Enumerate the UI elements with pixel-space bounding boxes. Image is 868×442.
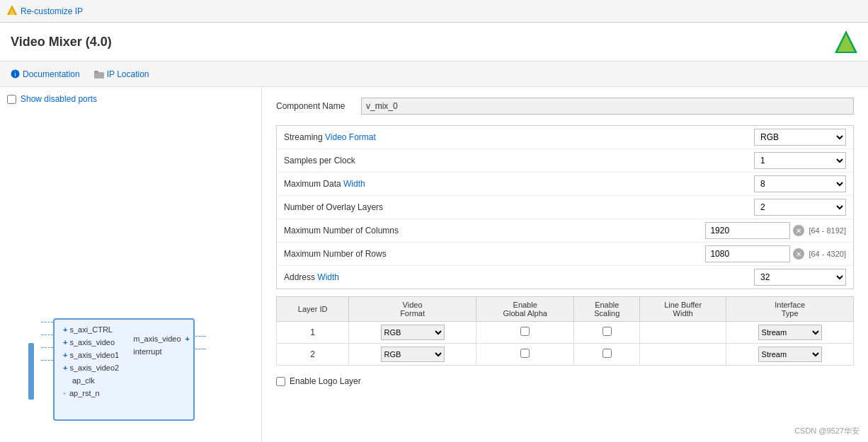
left-connector-3 — [41, 347, 53, 348]
enable-logo-layer-text: Enable Logo Layer — [290, 376, 361, 386]
right-panel: Component Name v_mix_0 Streaming Video F… — [262, 87, 868, 442]
left-panel: Show disabled ports + s_axi_CTRL + s_axi… — [0, 87, 262, 442]
layer-2-interface-type: Stream Memory — [726, 344, 854, 366]
col-header-video-format: VideoFormat — [349, 297, 476, 322]
layer-2-video-format: RGB YUV — [349, 344, 476, 366]
enable-logo-layer-checkbox[interactable] — [276, 377, 285, 386]
address-width-select[interactable]: 32 64 — [754, 269, 846, 286]
max-data-width-select[interactable]: 8 10 12 16 — [754, 175, 846, 192]
overlay-layers-label: Number of Overlay Layers — [284, 202, 754, 212]
documentation-link[interactable]: i Documentation — [11, 69, 80, 79]
port-m-axis-video: m_axis_video + — [133, 332, 190, 345]
layer-2-enable-global-alpha — [476, 344, 574, 366]
layer-2-video-format-select[interactable]: RGB YUV — [381, 347, 445, 362]
info-icon: i — [11, 69, 20, 78]
top-bar: Re-customize IP — [0, 0, 868, 23]
video-format-label: Streaming Video Format — [284, 132, 754, 142]
max-rows-range: [64 - 4320] — [809, 250, 846, 258]
col-header-line-buffer-width: Line BufferWidth — [640, 297, 726, 322]
enable-logo-layer-label[interactable]: Enable Logo Layer — [276, 373, 854, 390]
col-header-interface-type: InterfaceType — [726, 297, 854, 322]
samples-per-clock-label: Samples per Clock — [284, 156, 754, 165]
max-columns-range: [64 - 8192] — [809, 226, 846, 235]
svg-rect-7 — [94, 71, 98, 73]
component-name-row: Component Name v_mix_0 — [276, 98, 854, 115]
config-row-max-data-width: Maximum Data Width 8 10 12 16 — [277, 173, 853, 196]
right-ports: m_axis_video + interrupt — [133, 332, 190, 358]
component-name-input[interactable]: v_mix_0 — [361, 98, 854, 115]
samples-per-clock-select[interactable]: 1 2 4 — [754, 152, 846, 169]
left-connector-1 — [41, 322, 53, 322]
layer-1-scaling-checkbox[interactable] — [603, 327, 612, 336]
layer-1-enable-global-alpha — [476, 322, 574, 344]
max-columns-input[interactable] — [705, 222, 790, 239]
max-rows-clear-btn[interactable]: ✕ — [793, 248, 804, 260]
header: Video Mixer (4.0) — [0, 23, 868, 62]
svg-text:i: i — [15, 71, 16, 78]
overlay-layers-select[interactable]: 1 2 4 8 — [754, 199, 846, 216]
port-ap-clk: ap_clk — [63, 374, 190, 387]
side-indicator — [28, 343, 34, 400]
right-connector-2 — [195, 349, 206, 349]
max-columns-input-group: ✕ [64 - 8192] — [705, 222, 846, 239]
layer-1-enable-scaling — [574, 322, 640, 344]
main-content: Show disabled ports + s_axi_CTRL + s_axi… — [0, 87, 868, 442]
port-s-axis-video2: + s_axis_video2 — [63, 361, 190, 374]
show-disabled-ports-label[interactable]: Show disabled ports — [7, 94, 254, 104]
left-connector-2 — [41, 335, 53, 335]
config-row-video-format: Streaming Video Format RGB YUV BGR — [277, 126, 853, 149]
port-interrupt: interrupt — [133, 345, 190, 358]
col-header-enable-scaling: EnableScaling — [574, 297, 640, 322]
layer-1-interface-type: Stream Memory — [726, 322, 854, 344]
config-row-max-rows: Maximum Number of Rows ✕ [64 - 4320] — [277, 243, 853, 266]
recustomize-icon — [7, 5, 17, 17]
max-columns-label: Maximum Number of Columns — [284, 226, 705, 235]
svg-rect-6 — [94, 72, 104, 78]
layer-1-video-format: RGB YUV — [349, 322, 476, 344]
max-columns-clear-btn[interactable]: ✕ — [793, 225, 804, 236]
layer-row-1: 1 RGB YUV — [277, 322, 854, 344]
left-connector-4 — [41, 360, 53, 361]
layer-2-id: 2 — [277, 344, 349, 366]
diagram-box: + s_axi_CTRL + s_axis_video + s_axis_vid… — [53, 318, 195, 421]
layer-1-global-alpha-checkbox[interactable] — [520, 327, 530, 336]
component-diagram: + s_axi_CTRL + s_axis_video + s_axis_vid… — [28, 315, 234, 428]
component-name-label: Component Name — [276, 101, 354, 111]
layer-2-line-buffer-width — [640, 344, 726, 366]
layer-2-global-alpha-checkbox[interactable] — [520, 349, 530, 358]
right-connector-1 — [195, 336, 206, 337]
show-disabled-ports-checkbox[interactable] — [7, 95, 16, 104]
layer-1-id: 1 — [277, 322, 349, 344]
watermark: CSDN @9527华安 — [794, 426, 860, 436]
config-row-max-columns: Maximum Number of Columns ✕ [64 - 8192] — [277, 219, 853, 243]
layer-2-scaling-checkbox[interactable] — [603, 349, 612, 358]
max-data-width-label: Maximum Data Width — [284, 179, 754, 189]
config-row-address-width: Address Width 32 64 — [277, 266, 853, 289]
layer-2-enable-scaling — [574, 344, 640, 366]
col-header-layer-id: Layer ID — [277, 297, 349, 322]
page-title: Video Mixer (4.0) — [11, 35, 112, 50]
port-ap-rst-n: ◦ ap_rst_n — [63, 387, 190, 400]
video-format-select[interactable]: RGB YUV BGR — [754, 129, 846, 146]
address-width-label: Address Width — [284, 272, 754, 282]
max-rows-input-group: ✕ [64 - 4320] — [705, 245, 846, 262]
config-section: Streaming Video Format RGB YUV BGR Sampl… — [276, 125, 854, 289]
layer-1-video-format-select[interactable]: RGB YUV — [381, 325, 445, 340]
layer-row-2: 2 RGB YUV — [277, 344, 854, 366]
config-row-overlay-layers: Number of Overlay Layers 1 2 4 8 — [277, 196, 853, 219]
xilinx-logo — [835, 30, 857, 53]
sub-header: i Documentation IP Location — [0, 62, 868, 87]
max-rows-input[interactable] — [705, 245, 790, 262]
folder-icon — [94, 70, 104, 78]
config-row-samples-per-clock: Samples per Clock 1 2 4 — [277, 149, 853, 173]
max-rows-label: Maximum Number of Rows — [284, 249, 705, 259]
layer-2-interface-type-select[interactable]: Stream Memory — [758, 347, 822, 362]
layer-1-line-buffer-width — [640, 322, 726, 344]
recustomize-link[interactable]: Re-customize IP — [21, 6, 83, 16]
col-header-enable-global-alpha: EnableGlobal Alpha — [476, 297, 574, 322]
ip-location-link[interactable]: IP Location — [94, 69, 149, 79]
layer-1-interface-type-select[interactable]: Stream Memory — [758, 325, 822, 340]
layers-table: Layer ID VideoFormat EnableGlobal Alpha … — [276, 296, 854, 366]
